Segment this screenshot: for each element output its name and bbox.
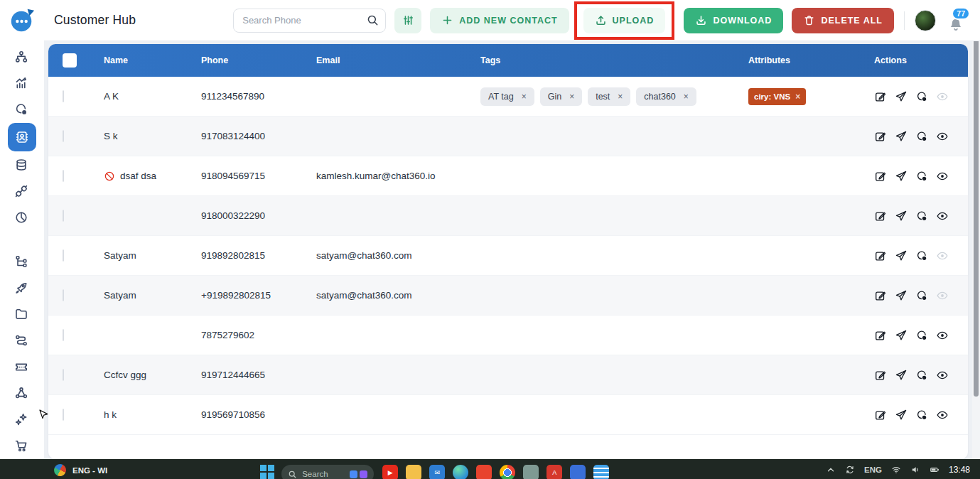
sidebar-item-integrations[interactable] xyxy=(8,178,35,204)
taskbar-search[interactable]: Search xyxy=(281,465,374,479)
view-contact-icon[interactable] xyxy=(936,329,949,342)
plus-icon xyxy=(441,14,453,26)
windows-start-button[interactable] xyxy=(260,465,274,479)
send-message-icon[interactable] xyxy=(895,249,908,262)
select-all-checkbox[interactable] xyxy=(63,53,77,68)
edit-contact-icon[interactable] xyxy=(874,170,887,183)
download-button[interactable]: DOWNLOAD xyxy=(684,8,783,33)
sidebar-item-hierarchy[interactable] xyxy=(8,249,35,274)
send-message-icon[interactable] xyxy=(895,369,908,382)
wifi-icon[interactable] xyxy=(891,465,901,475)
notification-count-badge: 77 xyxy=(952,7,970,20)
sidebar-item-pie-chart[interactable] xyxy=(8,205,35,230)
notifications-button[interactable]: 77 xyxy=(944,9,967,33)
edit-contact-icon[interactable] xyxy=(874,289,887,302)
chat-history-icon[interactable] xyxy=(915,369,928,382)
sidebar-item-chat[interactable] xyxy=(8,97,35,122)
row-checkbox[interactable] xyxy=(63,249,64,262)
language-bar-label: ENG - WI xyxy=(72,466,107,475)
sidebar-item-cart[interactable] xyxy=(8,433,35,458)
taskbar-app-mail[interactable]: ✉ xyxy=(429,465,445,479)
send-message-icon[interactable] xyxy=(895,409,908,421)
taskbar-app-chrome[interactable] xyxy=(500,465,515,479)
sidebar-item-workflow[interactable] xyxy=(8,328,35,353)
scrollbar-thumb[interactable] xyxy=(974,36,979,397)
taskbar-app-edge[interactable] xyxy=(453,465,468,479)
row-checkbox[interactable] xyxy=(63,90,64,102)
taskbar-app-red-app[interactable]: A xyxy=(546,465,562,479)
chat-history-icon[interactable] xyxy=(915,409,928,421)
tray-language-label[interactable]: ENG xyxy=(864,465,882,474)
chat-history-icon[interactable] xyxy=(915,90,928,103)
row-checkbox[interactable] xyxy=(63,329,64,341)
remove-tag-icon[interactable]: × xyxy=(618,92,623,102)
chat-history-icon[interactable] xyxy=(915,130,928,143)
view-contact-icon[interactable] xyxy=(936,369,949,382)
tray-sync-icon[interactable] xyxy=(845,465,855,475)
row-checkbox[interactable] xyxy=(63,210,64,222)
edit-contact-icon[interactable] xyxy=(874,249,887,262)
chat360-logo[interactable] xyxy=(9,7,36,34)
view-contact-icon[interactable] xyxy=(936,210,949,222)
row-checkbox[interactable] xyxy=(63,409,64,421)
language-bar[interactable]: ENG - WI xyxy=(54,464,107,476)
chat-history-icon[interactable] xyxy=(915,210,928,222)
send-message-icon[interactable] xyxy=(895,130,908,143)
search-icon xyxy=(366,14,379,27)
send-message-icon[interactable] xyxy=(895,329,908,342)
sidebar-item-flow[interactable] xyxy=(8,44,35,70)
view-contact-icon[interactable] xyxy=(936,170,949,183)
chat-history-icon[interactable] xyxy=(915,289,928,302)
row-checkbox[interactable] xyxy=(63,289,64,301)
taskbar-clock[interactable]: 13:48 xyxy=(949,465,970,475)
delete-all-button[interactable]: DELETE ALL xyxy=(792,8,894,33)
send-message-icon[interactable] xyxy=(895,170,908,183)
send-message-icon[interactable] xyxy=(895,210,908,222)
chat-history-icon[interactable] xyxy=(915,329,928,342)
remove-tag-icon[interactable]: × xyxy=(522,92,527,102)
sidebar-item-ticket[interactable] xyxy=(8,354,35,380)
sidebar-item-database[interactable] xyxy=(8,152,35,178)
row-checkbox[interactable] xyxy=(63,130,64,142)
taskbar-app-store[interactable] xyxy=(476,465,492,479)
chat-history-icon[interactable] xyxy=(915,170,928,183)
sidebar-item-share-network[interactable] xyxy=(8,380,35,406)
edit-contact-icon[interactable] xyxy=(874,210,887,222)
chat-history-icon[interactable] xyxy=(915,249,928,262)
sidebar-item-contacts[interactable] xyxy=(8,123,36,151)
taskbar-app-calendar[interactable] xyxy=(593,465,609,479)
add-new-contact-button[interactable]: ADD NEW CONTACT xyxy=(430,8,569,33)
remove-tag-icon[interactable]: × xyxy=(569,92,574,102)
taskbar-app-youtube[interactable]: ▶ xyxy=(382,465,398,479)
taskbar-app-teams[interactable] xyxy=(523,465,539,479)
scrollbar-track[interactable] xyxy=(972,41,980,459)
tray-chevron-up-icon[interactable] xyxy=(826,465,836,475)
edit-contact-icon[interactable] xyxy=(874,90,887,103)
row-checkbox[interactable] xyxy=(63,170,64,182)
speaker-icon[interactable] xyxy=(910,465,920,475)
view-contact-icon[interactable] xyxy=(936,409,949,421)
upload-button[interactable]: UPLOAD xyxy=(583,8,666,33)
remove-attribute-icon[interactable]: × xyxy=(795,92,800,102)
send-message-icon[interactable] xyxy=(895,90,908,103)
edit-contact-icon[interactable] xyxy=(874,130,887,143)
taskbar-app-blue-app[interactable] xyxy=(570,465,586,479)
taskbar-app-file-explorer[interactable] xyxy=(406,465,421,479)
row-checkbox[interactable] xyxy=(63,369,64,381)
sidebar-item-folder[interactable] xyxy=(8,301,35,327)
remove-tag-icon[interactable]: × xyxy=(684,92,689,102)
column-header-email: Email xyxy=(316,55,469,65)
user-avatar[interactable] xyxy=(915,10,936,31)
sidebar-item-sparkles[interactable] xyxy=(8,407,35,432)
battery-icon[interactable] xyxy=(930,465,939,475)
send-message-icon[interactable] xyxy=(895,289,908,302)
sidebar-item-analytics[interactable] xyxy=(8,70,35,96)
view-contact-icon[interactable] xyxy=(936,130,949,143)
search-phone-input[interactable] xyxy=(233,9,386,33)
edit-contact-icon[interactable] xyxy=(874,369,887,382)
edit-contact-icon[interactable] xyxy=(874,329,887,342)
actions-cell xyxy=(860,130,968,143)
filter-button[interactable] xyxy=(394,8,421,33)
edit-contact-icon[interactable] xyxy=(874,409,887,421)
sidebar-item-rocket[interactable] xyxy=(8,275,35,301)
